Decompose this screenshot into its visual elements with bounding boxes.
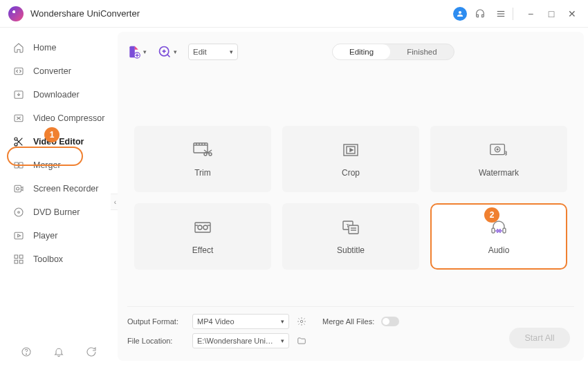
sidebar-footer: [0, 346, 118, 358]
edit-type-select[interactable]: Edit ▾: [188, 44, 238, 60]
svg-point-6: [15, 138, 17, 140]
svg-point-23: [26, 354, 26, 355]
svg-point-34: [209, 153, 212, 156]
download-icon: [12, 88, 25, 101]
svg-rect-21: [19, 260, 23, 263]
svg-rect-10: [15, 162, 18, 168]
svg-point-45: [203, 225, 208, 230]
open-folder-button[interactable]: [296, 335, 307, 346]
card-label: Trim: [194, 168, 211, 178]
svg-line-26: [167, 55, 169, 57]
svg-point-7: [15, 143, 17, 146]
annotation-badge-2: 2: [484, 207, 499, 223]
svg-rect-3: [15, 68, 23, 74]
svg-rect-16: [15, 232, 23, 238]
app-logo-icon: [8, 6, 24, 21]
grid-icon: [12, 253, 25, 265]
svg-point-44: [198, 225, 202, 230]
sidebar-item-home[interactable]: Home: [0, 36, 118, 59]
card-trim[interactable]: Trim: [134, 126, 271, 192]
chevron-down-icon: ▾: [281, 337, 284, 344]
subtitle-icon: T: [341, 218, 360, 237]
card-label: Effect: [192, 245, 213, 255]
sidebar-item-converter[interactable]: Converter: [0, 59, 118, 83]
svg-point-33: [204, 153, 207, 156]
chevron-down-icon: ▾: [143, 48, 147, 55]
sidebar-item-compressor[interactable]: Video Compressor: [0, 106, 118, 130]
file-location-label: File Location:: [127, 337, 185, 345]
sidebar-item-toolbox[interactable]: Toolbox: [0, 247, 118, 271]
help-button[interactable]: [20, 346, 33, 358]
notifications-button[interactable]: [53, 346, 65, 358]
merge-files-label: Merge All Files:: [322, 317, 374, 326]
svg-rect-11: [19, 162, 23, 168]
user-account-button[interactable]: [453, 7, 467, 21]
svg-marker-17: [18, 234, 21, 237]
app-title: Wondershare UniConverter: [30, 8, 140, 19]
svg-point-13: [17, 187, 19, 190]
maximize-button[interactable]: □: [544, 6, 559, 21]
tools-grid: Trim Crop Watermark Effect T Subtitle Au…: [127, 126, 574, 299]
output-format-label: Output Format:: [127, 317, 185, 326]
minimize-button[interactable]: −: [523, 6, 538, 21]
card-label: Subtitle: [337, 245, 365, 255]
annotation-badge-1: 1: [44, 127, 59, 142]
sidebar-item-merger[interactable]: Merger: [0, 153, 118, 177]
card-subtitle[interactable]: T Subtitle: [282, 203, 419, 270]
card-label: Crop: [342, 168, 360, 178]
tabs: Editing Finished: [332, 44, 454, 60]
converter-icon: [12, 65, 25, 77]
card-effect[interactable]: Effect: [134, 203, 271, 270]
svg-rect-20: [15, 260, 18, 263]
feedback-button[interactable]: [85, 346, 98, 358]
file-location-select[interactable]: E:\Wondershare UniConverter ▾: [192, 333, 289, 348]
chevron-down-icon: ▾: [281, 318, 284, 325]
add-url-button[interactable]: ▾: [158, 45, 177, 59]
effect-icon: [193, 218, 212, 237]
compress-icon: [12, 112, 25, 124]
watermark-icon: [489, 140, 508, 160]
crop-icon: [341, 140, 360, 160]
sidebar-item-label: DVD Burner: [33, 207, 80, 217]
sidebar-item-player[interactable]: Player: [0, 224, 118, 247]
sidebar-item-label: Downloader: [33, 90, 80, 100]
add-file-button[interactable]: ▾: [127, 45, 147, 59]
sidebar-item-label: Converter: [33, 66, 71, 76]
output-format-select[interactable]: MP4 Video ▾: [192, 314, 289, 329]
svg-rect-53: [492, 228, 495, 233]
sidebar-item-label: Video Compressor: [33, 113, 104, 123]
svg-point-14: [15, 208, 23, 216]
close-button[interactable]: ✕: [564, 6, 580, 21]
play-icon: [12, 230, 25, 242]
tab-editing[interactable]: Editing: [333, 44, 390, 59]
card-watermark[interactable]: Watermark: [430, 126, 567, 192]
output-settings-button[interactable]: [296, 316, 307, 327]
trim-icon: [193, 140, 212, 160]
sidebar-item-label: Screen Recorder: [33, 184, 99, 194]
disc-icon: [12, 206, 25, 218]
tab-finished[interactable]: Finished: [390, 44, 453, 59]
chevron-down-icon: ▾: [230, 48, 233, 55]
merge-files-toggle[interactable]: [381, 317, 399, 326]
svg-rect-12: [15, 185, 21, 191]
sidebar-item-dvd-burner[interactable]: DVD Burner: [0, 200, 118, 224]
sidebar-item-label: Player: [33, 231, 57, 241]
file-location-value: E:\Wondershare UniConverter: [197, 337, 273, 345]
sidebar: Home Converter Downloader Video Compress…: [0, 28, 118, 365]
sidebar-item-screen-recorder[interactable]: Screen Recorder: [0, 177, 118, 200]
svg-marker-39: [350, 149, 353, 151]
home-icon: [12, 41, 25, 54]
start-all-button[interactable]: Start All: [509, 328, 570, 348]
sidebar-item-label: Toolbox: [33, 254, 63, 264]
svg-rect-50: [349, 225, 358, 234]
card-crop[interactable]: Crop: [282, 126, 419, 192]
svg-rect-54: [503, 228, 506, 233]
svg-point-42: [497, 149, 498, 150]
support-button[interactable]: [472, 6, 488, 21]
sidebar-item-downloader[interactable]: Downloader: [0, 83, 118, 106]
hamburger-menu-button[interactable]: [493, 6, 508, 21]
sidebar-item-label: Merger: [33, 160, 61, 170]
titlebar: Wondershare UniConverter − □ ✕: [0, 0, 588, 28]
content-area: ▾ ▾ Edit ▾ Editing Finished Trim Cro: [118, 32, 584, 361]
svg-rect-18: [15, 255, 18, 259]
